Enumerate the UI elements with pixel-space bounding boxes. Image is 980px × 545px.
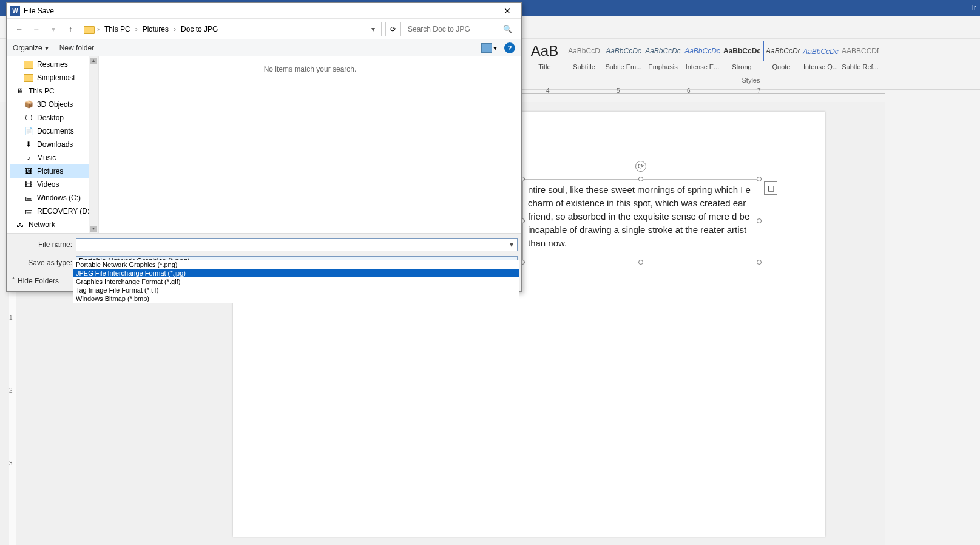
desk-icon: 🖵 [24, 113, 33, 123]
filetype-option[interactable]: Tag Image File Format (*.tif) [73, 286, 519, 294]
chevron-up-icon: ˄ [12, 277, 15, 285]
folder-tree: ResumesSimplemost🖥This PC📦3D Objects🖵Des… [10, 56, 99, 233]
refresh-button[interactable]: ⟳ [385, 22, 401, 36]
help-button[interactable]: ? [504, 42, 515, 53]
pic-icon: 🖼 [24, 166, 33, 176]
tree-item-label: 3D Objects [37, 100, 73, 109]
chevron-right-icon[interactable]: › [96, 25, 101, 33]
style-label: Intense E... [684, 61, 721, 72]
style-intense-q-[interactable]: AaBbCcDcIntense Q... [802, 40, 840, 73]
address-dropdown-icon[interactable]: ▾ [368, 25, 379, 33]
up-button[interactable]: ↑ [64, 22, 77, 36]
breadcrumb-item[interactable]: Doc to JPG [180, 25, 219, 33]
folder-icon [24, 59, 33, 69]
style-intense-e-[interactable]: AaBbCcDcIntense E... [683, 40, 721, 73]
tree-item-label: Pictures [37, 167, 63, 175]
folder-icon [84, 25, 93, 33]
search-input[interactable] [408, 25, 502, 33]
organize-button[interactable]: Organize ▾ [13, 44, 49, 52]
tree-item-desktop[interactable]: 🖵Desktop [10, 111, 98, 124]
tree-item-videos[interactable]: 🎞Videos [10, 178, 98, 191]
style-preview: AaBbCcD [566, 41, 603, 61]
filename-label: File name: [10, 240, 76, 249]
drive-icon: 🖴 [24, 206, 33, 216]
tree-item-label: This PC [29, 87, 55, 95]
hide-folders-button[interactable]: ˄ Hide Folders [12, 277, 59, 285]
style-title[interactable]: AaBTitle [525, 40, 564, 73]
ruler-tick: 6 [687, 87, 691, 94]
resize-handle[interactable] [638, 177, 643, 181]
filetype-option[interactable]: JPEG File Interchange Format (*.jpg) [73, 269, 519, 277]
close-button[interactable]: ✕ [495, 4, 520, 18]
style-preview: AaBbCcDc [763, 41, 800, 61]
rotate-handle-icon[interactable] [635, 161, 646, 172]
filetype-option[interactable]: Windows Bitmap (*.bmp) [73, 294, 519, 303]
tree-scrollbar[interactable]: ▴ ▾ [89, 56, 98, 233]
tree-item-simplemost[interactable]: Simplemost [10, 71, 98, 84]
layout-options-icon[interactable]: ◫ [764, 181, 777, 195]
word-title-right: Tr [970, 0, 976, 16]
style-preview: AaB [526, 41, 563, 61]
tree-item-documents[interactable]: 📄Documents [10, 124, 98, 138]
dialog-body: ResumesSimplemost🖥This PC📦3D Objects🖵Des… [7, 56, 521, 233]
style-preview: AaBbCcDc [684, 41, 721, 61]
new-folder-button[interactable]: New folder [59, 44, 94, 52]
view-options-button[interactable]: ▾ [481, 43, 497, 53]
tree-item-network[interactable]: 🖧Network [10, 218, 98, 231]
resize-handle[interactable] [638, 260, 643, 265]
tree-item-recovery-d-[interactable]: 🖴RECOVERY (D:) [10, 205, 98, 218]
file-list-area: No items match your search. [99, 56, 521, 233]
tree-item-this-pc[interactable]: 🖥This PC [10, 84, 98, 98]
tree-item-music[interactable]: ♪Music [10, 151, 98, 164]
new-folder-label: New folder [59, 44, 94, 52]
mus-icon: ♪ [24, 153, 33, 163]
tree-item-3d-objects[interactable]: 📦3D Objects [10, 98, 98, 111]
tree-item-label: Desktop [37, 113, 64, 122]
search-icon[interactable]: 🔍 [502, 25, 512, 33]
styles-group-label: Styles [522, 74, 980, 84]
style-subtitle[interactable]: AaBbCcDSubtitle [565, 40, 603, 73]
dialog-nav-row: ← → ▾ ↑ › This PC › Pictures › Doc to JP… [7, 19, 521, 39]
style-quote[interactable]: AaBbCcDcQuote [762, 40, 800, 73]
style-subtle-ref-[interactable]: AABBCCDDSubtle Ref... [841, 40, 879, 73]
dialog-title: File Save [24, 7, 495, 15]
scroll-up-icon[interactable]: ▴ [90, 58, 97, 64]
forward-button[interactable]: → [30, 22, 43, 36]
tree-item-downloads[interactable]: ⬇Downloads [10, 138, 98, 151]
filetype-option[interactable]: Portable Network Graphics (*.png) [73, 260, 519, 269]
filetype-option[interactable]: Graphics Interchange Format (*.gif) [73, 277, 519, 286]
style-preview: AABBCCDD [842, 41, 879, 61]
vid-icon: 🎞 [24, 180, 33, 189]
style-preview: AaBbCcDc [723, 41, 760, 61]
selected-textbox[interactable]: ntire soul, like these sweet mornings of… [522, 179, 759, 262]
folder-icon [24, 73, 33, 83]
tree-item-windows-c-[interactable]: 🖴Windows (C:) [10, 191, 98, 205]
filename-input[interactable] [76, 238, 518, 251]
chevron-right-icon[interactable]: › [172, 25, 177, 33]
style-label: Title [526, 61, 563, 72]
tree-item-label: Simplemost [37, 73, 75, 82]
breadcrumb-item[interactable]: Pictures [141, 25, 170, 33]
ruler-tick: 3 [9, 460, 13, 467]
back-button[interactable]: ← [13, 22, 26, 36]
resize-handle[interactable] [757, 177, 762, 181]
resize-handle[interactable] [757, 260, 762, 265]
recent-locations-button[interactable]: ▾ [47, 22, 60, 36]
style-preview: AaBbCcDc [802, 41, 839, 61]
address-bar[interactable]: › This PC › Pictures › Doc to JPG ▾ [81, 22, 382, 36]
textbox-content[interactable]: ntire soul, like these sweet mornings of… [522, 179, 759, 262]
breadcrumb-item[interactable]: This PC [103, 25, 132, 33]
tree-item-label: Network [29, 220, 55, 229]
tree-item-label: RECOVERY (D:) [37, 207, 92, 215]
resize-handle[interactable] [757, 218, 762, 223]
scroll-down-icon[interactable]: ▾ [90, 226, 97, 232]
chevron-right-icon[interactable]: › [134, 25, 139, 33]
style-emphasis[interactable]: AaBbCcDcEmphasis [644, 40, 682, 73]
tree-item-label: Music [37, 154, 56, 162]
tree-item-resumes[interactable]: Resumes [10, 58, 98, 71]
style-strong[interactable]: AaBbCcDcStrong [723, 40, 761, 73]
tree-item-pictures[interactable]: 🖼Pictures [10, 164, 98, 178]
style-subtle-em-[interactable]: AaBbCcDcSubtle Em... [604, 40, 643, 73]
net-icon: 🖧 [15, 220, 25, 229]
search-box[interactable]: 🔍 [405, 22, 515, 36]
